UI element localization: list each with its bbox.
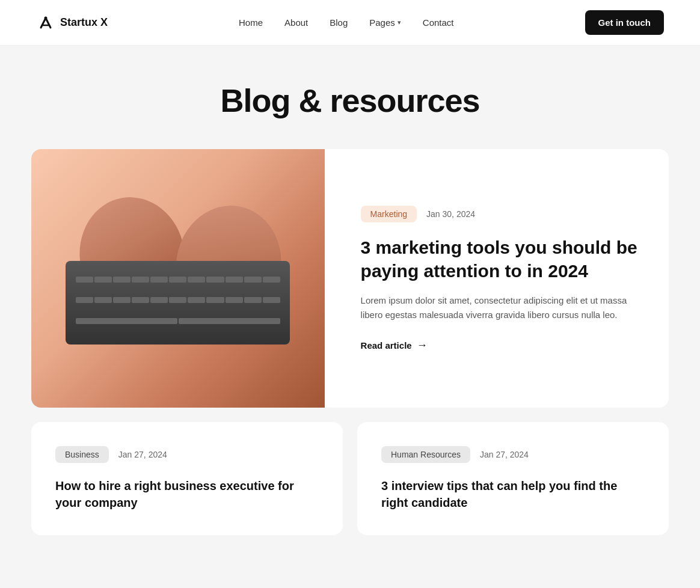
article-card-1[interactable]: Human Resources Jan 27, 2024 3 interview… (357, 422, 669, 535)
nav-contact[interactable]: Contact (423, 17, 454, 28)
nav-blog[interactable]: Blog (330, 17, 348, 28)
nav-pages-dropdown[interactable]: Pages ▾ (369, 17, 401, 28)
article-cards-row: Business Jan 27, 2024 How to hire a righ… (31, 422, 669, 535)
featured-tag-date-row: Marketing Jan 30, 2024 (361, 206, 639, 222)
article-0-tag-date-row: Business Jan 27, 2024 (55, 446, 319, 463)
read-article-link[interactable]: Read article → (361, 339, 639, 352)
page-content: Blog & resources (19, 46, 681, 571)
article-1-title: 3 interview tips that can help you find … (381, 477, 645, 511)
featured-article-excerpt: Lorem ipsum dolor sit amet, consectetur … (361, 293, 639, 322)
keyboard-keys-illustration (73, 274, 283, 340)
featured-article-content: Marketing Jan 30, 2024 3 marketing tools… (325, 149, 669, 408)
logo-text: Startux X (60, 16, 108, 29)
read-article-label: Read article (361, 340, 412, 351)
chevron-down-icon: ▾ (398, 19, 401, 26)
featured-article-title: 3 marketing tools you should be paying a… (361, 236, 639, 283)
article-card-0[interactable]: Business Jan 27, 2024 How to hire a righ… (31, 422, 343, 535)
nav-about[interactable]: About (284, 17, 308, 28)
nav-pages-label: Pages (369, 17, 395, 28)
page-title: Blog & resources (31, 82, 669, 119)
svg-point-0 (45, 16, 48, 19)
nav-home[interactable]: Home (239, 17, 263, 28)
article-1-date: Jan 27, 2024 (480, 450, 529, 459)
get-in-touch-button[interactable]: Get in touch (585, 10, 665, 35)
featured-article-card: Marketing Jan 30, 2024 3 marketing tools… (31, 149, 669, 408)
featured-article-date: Jan 30, 2024 (426, 209, 475, 219)
featured-article-tag[interactable]: Marketing (361, 206, 417, 222)
logo[interactable]: Startux X (36, 13, 108, 32)
article-0-tag[interactable]: Business (55, 446, 109, 463)
article-1-tag-date-row: Human Resources Jan 27, 2024 (381, 446, 645, 463)
featured-article-image (31, 149, 325, 408)
article-1-tag[interactable]: Human Resources (381, 446, 470, 463)
article-0-title: How to hire a right business executive f… (55, 477, 319, 511)
arrow-right-icon: → (417, 339, 428, 352)
keyboard-illustration (54, 168, 302, 388)
nav-links: Home About Blog Pages ▾ Contact (239, 17, 454, 28)
navbar: Startux X Home About Blog Pages ▾ Contac… (0, 0, 700, 46)
article-0-date: Jan 27, 2024 (118, 450, 167, 459)
logo-icon (36, 13, 55, 32)
